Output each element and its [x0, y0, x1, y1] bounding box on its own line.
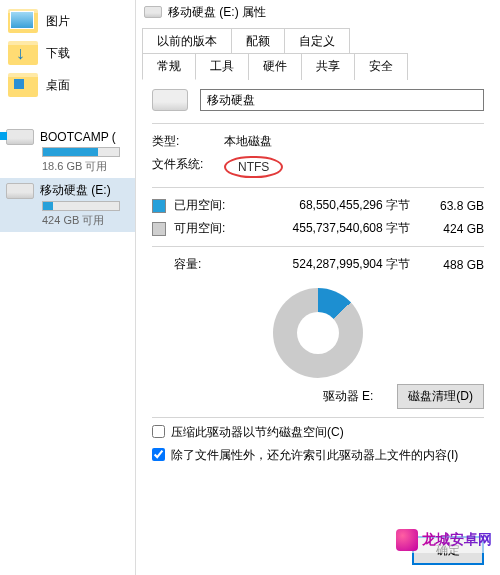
explorer-sidebar: 图片 下载 桌面 BOOTCAMP ( 18.6 GB 可用 移动硬盘 (E:) — [0, 0, 135, 575]
filesystem-label: 文件系统: — [152, 156, 224, 178]
tab-hardware[interactable]: 硬件 — [248, 53, 302, 80]
disk-icon — [144, 6, 162, 18]
watermark-icon — [396, 529, 418, 551]
sidebar-label: 桌面 — [46, 77, 70, 94]
sidebar-label: 图片 — [46, 13, 70, 30]
drive-icon — [6, 129, 34, 145]
watermark: 龙城安卓网 — [392, 527, 496, 553]
usage-donut-chart — [273, 288, 363, 378]
used-human: 63.8 GB — [426, 199, 484, 213]
used-space-swatch — [152, 199, 166, 213]
sidebar-label: 下载 — [46, 45, 70, 62]
dialog-titlebar: 移动硬盘 (E:) 属性 — [136, 0, 500, 24]
tab-previous-versions[interactable]: 以前的版本 — [142, 28, 232, 54]
capacity-bytes: 524,287,995,904 字节 — [244, 256, 418, 273]
sidebar-item-desktop[interactable]: 桌面 — [0, 69, 135, 101]
pictures-icon — [8, 9, 38, 33]
used-label: 已用空间: — [174, 197, 236, 214]
disk-cleanup-button[interactable]: 磁盘清理(D) — [397, 384, 484, 409]
drive-meta: 18.6 GB 可用 — [6, 159, 129, 174]
index-checkbox-row[interactable]: 除了文件属性外，还允许索引此驱动器上文件的内容(I) — [152, 447, 484, 464]
disk-icon-large — [152, 89, 188, 111]
tab-quota[interactable]: 配额 — [231, 28, 285, 54]
tab-content-general: 类型: 本地磁盘 文件系统: NTFS 已用空间: 68,550,455,296… — [136, 79, 500, 526]
tab-strip: 以前的版本 配额 自定义 常规 工具 硬件 共享 安全 — [136, 24, 500, 79]
drive-name: 移动硬盘 (E:) — [40, 182, 111, 199]
capacity-bar — [42, 147, 120, 157]
desktop-icon — [8, 73, 38, 97]
free-human: 424 GB — [426, 222, 484, 236]
compress-checkbox[interactable] — [152, 425, 165, 438]
drive-icon — [6, 183, 34, 199]
drive-name-input[interactable] — [200, 89, 484, 111]
sidebar-drive-removable[interactable]: 移动硬盘 (E:) 424 GB 可用 — [0, 178, 135, 232]
filesystem-value: NTFS — [224, 156, 283, 178]
downloads-icon — [8, 41, 38, 65]
properties-dialog: 移动硬盘 (E:) 属性 以前的版本 配额 自定义 常规 工具 硬件 共享 安全 — [135, 0, 500, 575]
compress-checkbox-row[interactable]: 压缩此驱动器以节约磁盘空间(C) — [152, 424, 484, 441]
type-value: 本地磁盘 — [224, 133, 272, 150]
drive-name: BOOTCAMP ( — [40, 130, 116, 144]
compress-label: 压缩此驱动器以节约磁盘空间(C) — [171, 424, 344, 441]
dialog-title: 移动硬盘 (E:) 属性 — [168, 4, 266, 21]
sidebar-item-downloads[interactable]: 下载 — [0, 37, 135, 69]
free-space-swatch — [152, 222, 166, 236]
capacity-human: 488 GB — [426, 258, 484, 272]
watermark-text: 龙城安卓网 — [422, 531, 492, 549]
sidebar-drive-bootcamp[interactable]: BOOTCAMP ( 18.6 GB 可用 — [0, 125, 135, 178]
free-bytes: 455,737,540,608 字节 — [244, 220, 418, 237]
type-label: 类型: — [152, 133, 224, 150]
sidebar-item-pictures[interactable]: 图片 — [0, 5, 135, 37]
tab-tools[interactable]: 工具 — [195, 53, 249, 80]
tab-general[interactable]: 常规 — [142, 53, 196, 80]
used-bytes: 68,550,455,296 字节 — [244, 197, 418, 214]
free-label: 可用空间: — [174, 220, 236, 237]
capacity-label: 容量: — [174, 256, 236, 273]
drive-meta: 424 GB 可用 — [6, 213, 129, 228]
index-checkbox[interactable] — [152, 448, 165, 461]
tab-sharing[interactable]: 共享 — [301, 53, 355, 80]
tab-security[interactable]: 安全 — [354, 53, 408, 80]
tab-customize[interactable]: 自定义 — [284, 28, 350, 54]
index-label: 除了文件属性外，还允许索引此驱动器上文件的内容(I) — [171, 447, 458, 464]
drive-letter-label: 驱动器 E: — [323, 388, 374, 405]
capacity-bar — [42, 201, 120, 211]
